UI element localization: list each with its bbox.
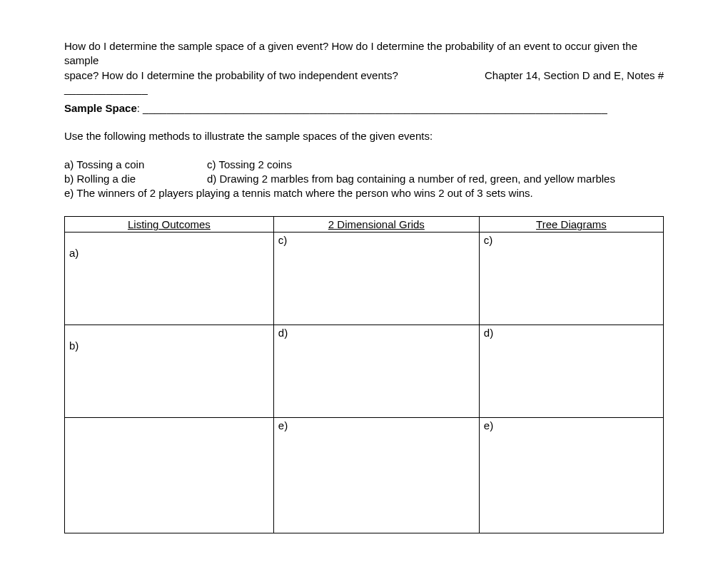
cell-c-grid[interactable]: c) (273, 233, 479, 325)
cell-label: d) (278, 327, 475, 339)
option-a: a) Tossing a coin (64, 158, 207, 172)
intro-line2-left: space? How do I determine the probabilit… (64, 68, 398, 83)
option-c: c) Tossing 2 coins (207, 158, 292, 172)
cell-label: e) (484, 419, 659, 431)
header-listing-outcomes: Listing Outcomes (65, 217, 274, 233)
cell-e-grid[interactable]: e) (273, 418, 479, 533)
table-row: a) c) c) (65, 233, 664, 325)
cell-a[interactable]: a) (65, 233, 274, 325)
cell-label: c) (278, 234, 475, 246)
sample-space-line: Sample Space: __________________________… (64, 102, 664, 114)
cell-b[interactable]: b) (65, 325, 274, 418)
notes-number-blank[interactable]: ______________ (64, 83, 664, 95)
table-row: e) e) (65, 418, 664, 533)
cell-d-grid[interactable]: d) (273, 325, 479, 418)
table-header-row: Listing Outcomes 2 Dimensional Grids Tre… (65, 217, 664, 233)
cell-label: e) (278, 419, 475, 431)
intro-paragraph: How do I determine the sample space of a… (64, 39, 664, 95)
sample-space-blank[interactable]: : ______________________________________… (137, 102, 607, 114)
table-row: b) d) d) (65, 325, 664, 418)
header-tree-diagrams: Tree Diagrams (479, 217, 663, 233)
cell-label: b) (69, 327, 269, 352)
intro-line2: space? How do I determine the probabilit… (64, 68, 664, 83)
cell-e-tree[interactable]: e) (479, 418, 663, 533)
options-list: a) Tossing a coin c) Tossing 2 coins b) … (64, 158, 664, 201)
cell-c-tree[interactable]: c) (479, 233, 663, 325)
cell-blank[interactable] (65, 418, 274, 533)
header-2d-grids: 2 Dimensional Grids (273, 217, 479, 233)
sample-space-table: Listing Outcomes 2 Dimensional Grids Tre… (64, 216, 664, 533)
cell-d-tree[interactable]: d) (479, 325, 663, 418)
cell-label: a) (69, 234, 269, 259)
cell-label: c) (484, 234, 659, 246)
intro-line1: How do I determine the sample space of a… (64, 39, 664, 67)
cell-label: d) (484, 327, 659, 339)
sample-space-label: Sample Space (64, 102, 137, 114)
option-e: e) The winners of 2 players playing a te… (64, 186, 664, 200)
methods-instruction: Use the following methods to illustrate … (64, 130, 664, 142)
option-d: d) Drawing 2 marbles from bag containing… (207, 172, 615, 186)
chapter-reference: Chapter 14, Section D and E, Notes # (485, 68, 664, 83)
option-b: b) Rolling a die (64, 172, 207, 186)
